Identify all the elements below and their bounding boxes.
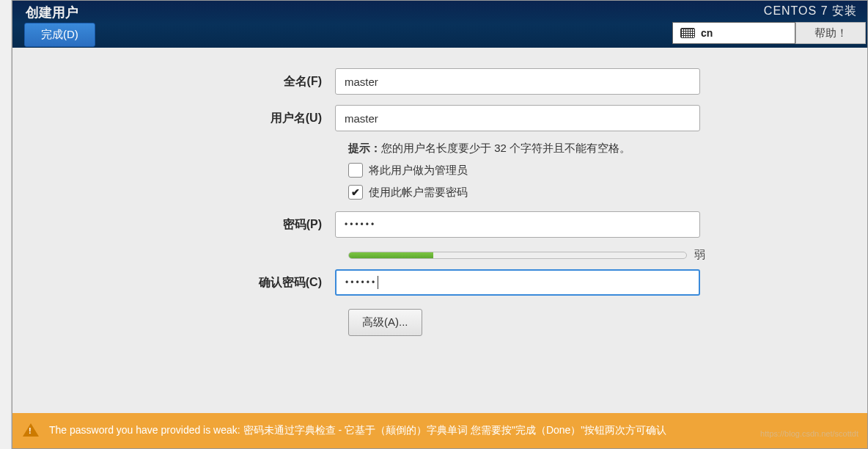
done-button[interactable]: 完成(D) (24, 23, 95, 47)
keyboard-icon (680, 28, 695, 38)
require-password-label: 使用此帐户需要密码 (369, 186, 468, 200)
username-input[interactable] (335, 105, 700, 131)
username-row: 用户名(U) (42, 105, 838, 131)
password-input[interactable]: •••••• (335, 211, 700, 238)
header-left: 创建用户 完成(D) (20, 4, 95, 47)
form-content: 全名(F) 用户名(U) 提示：您的用户名长度要少于 32 个字符并且不能有空格… (12, 48, 867, 336)
confirm-password-input[interactable]: •••••• (335, 269, 700, 296)
installer-window: 创建用户 完成(D) CENTOS 7 安装 cn 帮助！ 全名(F) 用户名(… (12, 0, 868, 449)
hint-prefix: 提示： (348, 142, 381, 154)
password-strength-row: 弱 (348, 248, 713, 262)
require-password-checkbox[interactable] (348, 185, 363, 200)
admin-checkbox-row: 将此用户做为管理员 (348, 163, 838, 178)
admin-checkbox-label: 将此用户做为管理员 (369, 164, 468, 178)
password-strength-label: 弱 (694, 248, 705, 262)
confirm-password-row: 确认密码(C) •••••• (42, 269, 838, 296)
hint-body: 您的用户名长度要少于 32 个字符并且不能有空格。 (381, 142, 630, 154)
advanced-button[interactable]: 高级(A)... (348, 309, 422, 336)
text-cursor (378, 276, 378, 289)
keyboard-layout-label: cn (701, 27, 713, 39)
warning-icon (23, 423, 39, 438)
confirm-password-label: 确认密码(C) (42, 275, 335, 291)
page-title: 创建用户 (26, 4, 95, 21)
install-label: CENTOS 7 安装 (764, 4, 857, 19)
username-hint: 提示：您的用户名长度要少于 32 个字符并且不能有空格。 (348, 142, 630, 156)
admin-checkbox[interactable] (348, 163, 363, 178)
warning-text: The password you have provided is weak: … (49, 424, 666, 437)
password-strength-bar (348, 252, 687, 259)
username-label: 用户名(U) (42, 111, 335, 126)
require-password-row: 使用此帐户需要密码 (348, 185, 838, 200)
password-label: 密码(P) (42, 217, 335, 233)
header-right-row: cn 帮助！ (672, 22, 866, 44)
advanced-row: 高级(A)... (42, 309, 838, 336)
fullname-label: 全名(F) (42, 74, 335, 90)
fullname-row: 全名(F) (42, 68, 838, 95)
header-bar: 创建用户 完成(D) CENTOS 7 安装 cn 帮助！ (12, 1, 867, 48)
hint-row: 提示：您的用户名长度要少于 32 个字符并且不能有空格。 (42, 142, 838, 156)
warning-footer: The password you have provided is weak: … (12, 413, 867, 448)
password-row: 密码(P) •••••• (42, 211, 838, 238)
scrollbar-left[interactable] (0, 0, 12, 449)
fullname-input[interactable] (335, 68, 700, 95)
help-button[interactable]: 帮助！ (795, 22, 866, 44)
password-strength-fill (349, 252, 433, 258)
header-right: CENTOS 7 安装 cn 帮助！ (672, 4, 867, 44)
keyboard-layout-selector[interactable]: cn (672, 22, 795, 44)
